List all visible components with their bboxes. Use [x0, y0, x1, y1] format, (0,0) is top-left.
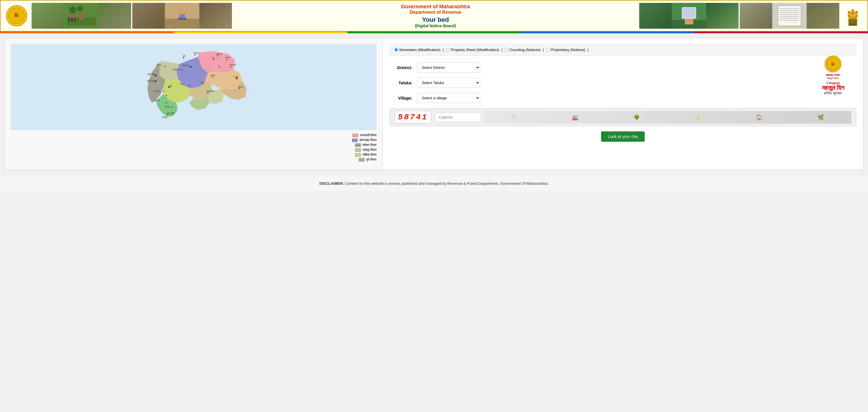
dept-name: Department of Revenue	[236, 10, 636, 15]
legend-color-pune	[359, 158, 365, 161]
legend-color-aurangabad	[352, 138, 358, 142]
svg-text:जळगाव: जळगाव	[193, 52, 199, 54]
svg-point-100	[207, 92, 208, 93]
color-bar-red	[694, 32, 868, 33]
svg-point-73	[181, 69, 183, 70]
map-legend: अमरावती विभाग औरंगाबाद विभाग कोकण विभाग …	[11, 133, 377, 161]
radio-proprietary-input[interactable]	[546, 48, 550, 52]
village-select[interactable]: Select a village	[417, 93, 480, 103]
svg-point-58	[155, 80, 156, 82]
svg-point-89	[239, 88, 240, 89]
svg-text:मुंबई जिल्हा: मुंबई जिल्हा	[147, 80, 155, 82]
svg-text:चंद्रपूर: चंद्रपूर	[238, 86, 243, 88]
svg-text:सिंधुदुर्ग: सिंधुदुर्ग	[162, 116, 167, 119]
color-bar-orange	[0, 32, 174, 33]
mahsul-shubhecha: हार्दिक शुभेच्छा	[814, 91, 851, 95]
radio-seventeen-label: Seventeen (Modification)	[399, 47, 441, 52]
svg-text:बुलढाणा: बुलढाणा	[216, 53, 222, 55]
svg-text:धुळे: धुळे	[183, 55, 185, 57]
svg-point-85	[230, 66, 231, 67]
svg-rect-13	[165, 19, 199, 29]
radio-property-label: Property Sheet (Modification)	[451, 47, 499, 52]
disclaimer-label: DISCLAIMER:	[319, 181, 345, 186]
svg-rect-9	[68, 18, 70, 21]
legend-label-nashpur: नाशपूर विभाग	[363, 148, 377, 152]
radio-counting[interactable]: Counting (Notices)	[505, 47, 541, 52]
svg-rect-11	[74, 18, 75, 21]
svg-text:औरंगाबाद: औरंगाबाद	[182, 64, 189, 67]
banner-img-4	[740, 3, 839, 29]
radio-proprietary[interactable]: Proprietary (Notices)	[546, 47, 585, 52]
svg-text:अमरावती: अमरावती	[229, 64, 236, 66]
svg-text:रत्नागिरी: रत्नागिरी	[153, 90, 160, 92]
legend-konkan: कोकण विभाग	[355, 143, 377, 147]
svg-rect-10	[71, 18, 73, 21]
banner-img-2	[132, 3, 232, 29]
village-label: Village:	[390, 96, 412, 100]
svg-text:उस्मानाबाद: उस्मानाबाद	[206, 90, 214, 92]
form-section: Seventeen (Modification) | Property Shee…	[383, 38, 863, 169]
svg-text:अहमदनगर: अहमदनगर	[173, 69, 181, 71]
legend-aurangabad: औरंगाबाद विभाग	[352, 138, 377, 142]
svg-text:नागपूर: नागपूर	[234, 76, 239, 78]
svg-point-39	[851, 9, 854, 12]
radio-property[interactable]: Property Sheet (Modification)	[446, 47, 499, 52]
left-emblem: 🏛	[5, 4, 28, 27]
captcha-input[interactable]	[435, 113, 481, 122]
legend-label-konkan: कोकण विभाग	[363, 143, 377, 147]
legend-pune: पुणे विभाग	[359, 158, 377, 161]
district-label: District:	[390, 65, 412, 70]
svg-point-60	[163, 91, 164, 92]
right-emblem: सत्यमेव जयते	[843, 4, 863, 27]
page-header: 🏛	[0, 0, 868, 32]
captcha-bg-decoration: 🏗 🏭 🌳 ⚡ 🏠 🌿	[485, 111, 851, 124]
form-inner: Seventeen (Modification) | Property Shee…	[390, 44, 856, 142]
radio-seventeen-input[interactable]	[394, 48, 398, 52]
taluka-label: Taluka:	[390, 81, 412, 85]
radio-seventeen[interactable]: Seventeen (Modification)	[394, 47, 441, 52]
village-row: Village: Select a village	[390, 93, 856, 103]
svg-point-38	[848, 11, 850, 14]
radio-proprietary-label: Proprietary (Notices)	[551, 47, 585, 52]
svg-text:पुणे: पुणे	[169, 84, 172, 87]
svg-text:🏛: 🏛	[14, 12, 19, 18]
color-bar-blue	[521, 32, 694, 33]
svg-text:सत्यमेव जयते: सत्यमेव जयते	[849, 23, 857, 25]
legend-nashik: नाशिक विभाग	[355, 153, 377, 157]
page-footer: DISCLAIMER: Content on this website is o…	[0, 176, 868, 191]
svg-point-79	[194, 54, 195, 55]
mahsul-din-label: महसूल दिन	[814, 85, 851, 91]
svg-point-98	[213, 59, 214, 60]
color-bar-yellow	[174, 32, 347, 33]
radio-group: Seventeen (Modification) | Property Shee…	[390, 44, 856, 56]
submit-button[interactable]: Look at your cha	[601, 131, 645, 142]
legend-color-nashik	[355, 153, 361, 157]
legend-color-amravati	[352, 134, 358, 137]
svg-point-83	[226, 59, 227, 60]
district-row: District: Select District	[390, 63, 856, 72]
legend-color-nashpur	[355, 148, 361, 152]
mahsul-vibhag: महसूल विभाग	[814, 77, 851, 80]
svg-point-75	[164, 66, 165, 67]
svg-point-70	[166, 95, 167, 96]
svg-point-64	[172, 106, 173, 107]
svg-text:बीड: बीड	[180, 83, 183, 85]
radio-counting-input[interactable]	[505, 48, 508, 52]
svg-point-91	[189, 85, 190, 86]
mahsul-maharashtra: महाराष्ट्र शासन	[814, 74, 851, 77]
svg-point-97	[219, 66, 220, 67]
svg-rect-21	[685, 19, 693, 24]
svg-rect-20	[683, 8, 695, 18]
header-title: Government of Maharashtra Department of …	[236, 4, 636, 28]
svg-point-40	[855, 11, 858, 14]
captcha-row: 58741 🏗 🏭 🌳 ⚡ 🏠 🌿	[390, 108, 856, 126]
svg-point-7	[69, 7, 76, 13]
district-select[interactable]: Select District	[417, 63, 480, 72]
radio-property-input[interactable]	[446, 48, 450, 52]
legend-label-aurangabad: औरंगाबाद विभाग	[360, 138, 377, 142]
subtitle: (Digital Notice Board)	[236, 24, 636, 28]
svg-point-14	[179, 9, 185, 14]
legend-nashpur: नाशपूर विभाग	[355, 148, 377, 152]
legend-amravati: अमरावती विभाग	[352, 133, 377, 137]
taluka-select[interactable]: Select Taluka	[417, 78, 480, 88]
